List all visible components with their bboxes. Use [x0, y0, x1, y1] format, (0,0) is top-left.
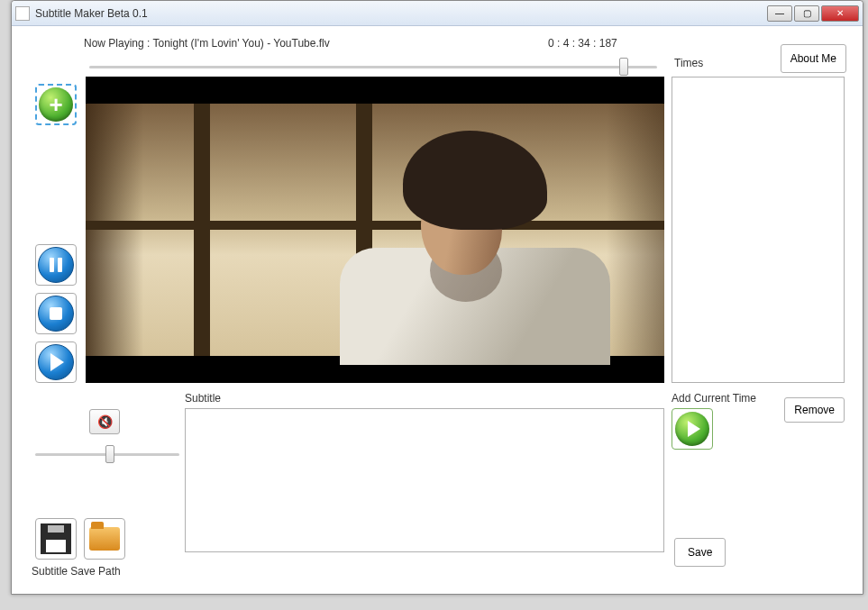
- seek-track: [89, 66, 657, 68]
- volume-thumb[interactable]: [105, 445, 114, 463]
- pause-icon: [38, 247, 74, 283]
- window-controls: — ▢ ✕: [767, 5, 859, 22]
- minimize-button[interactable]: —: [767, 5, 792, 22]
- subtitle-textarea[interactable]: [185, 408, 664, 552]
- floppy-icon: [41, 524, 71, 554]
- window-title: Subtitle Maker Beta 0.1: [35, 7, 767, 20]
- play-icon: [38, 344, 74, 380]
- video-player[interactable]: [86, 77, 664, 383]
- volume-slider[interactable]: [35, 446, 179, 449]
- remove-button[interactable]: Remove: [784, 397, 845, 423]
- add-current-time-button[interactable]: [672, 408, 713, 450]
- mute-icon: 🔇: [97, 414, 113, 429]
- times-listbox[interactable]: [672, 77, 845, 383]
- stop-button[interactable]: [35, 293, 77, 334]
- seek-thumb[interactable]: [619, 58, 628, 76]
- times-heading: Times: [674, 57, 703, 69]
- folder-icon: [89, 527, 120, 551]
- seek-slider[interactable]: [89, 59, 657, 61]
- mute-button[interactable]: 🔇: [89, 409, 120, 434]
- now-playing-label: Now Playing : Tonight (I'm Lovin' You) -…: [84, 37, 330, 50]
- add-current-time-label: Add Current Time: [672, 392, 756, 405]
- arrow-right-icon: [675, 412, 709, 446]
- play-button[interactable]: [35, 341, 77, 383]
- save-file-button[interactable]: [35, 518, 77, 560]
- add-file-button[interactable]: +: [35, 84, 77, 125]
- maximize-button[interactable]: ▢: [794, 5, 819, 22]
- subtitle-save-path-label: Subtitle Save Path: [32, 565, 121, 578]
- app-icon: [15, 6, 30, 21]
- stop-icon: [38, 296, 74, 332]
- content-area: Now Playing : Tonight (I'm Lovin' You) -…: [12, 26, 863, 594]
- app-window: Subtitle Maker Beta 0.1 — ▢ ✕ Now Playin…: [11, 0, 863, 595]
- subtitle-label: Subtitle: [185, 392, 221, 405]
- timecode-label: 0 : 4 : 34 : 187: [548, 37, 617, 50]
- save-button[interactable]: Save: [674, 538, 726, 567]
- about-me-button[interactable]: About Me: [781, 44, 846, 73]
- open-folder-button[interactable]: [84, 518, 125, 560]
- titlebar[interactable]: Subtitle Maker Beta 0.1 — ▢ ✕: [12, 1, 863, 26]
- plus-icon: +: [39, 87, 73, 122]
- pause-button[interactable]: [35, 244, 77, 286]
- close-button[interactable]: ✕: [821, 5, 859, 22]
